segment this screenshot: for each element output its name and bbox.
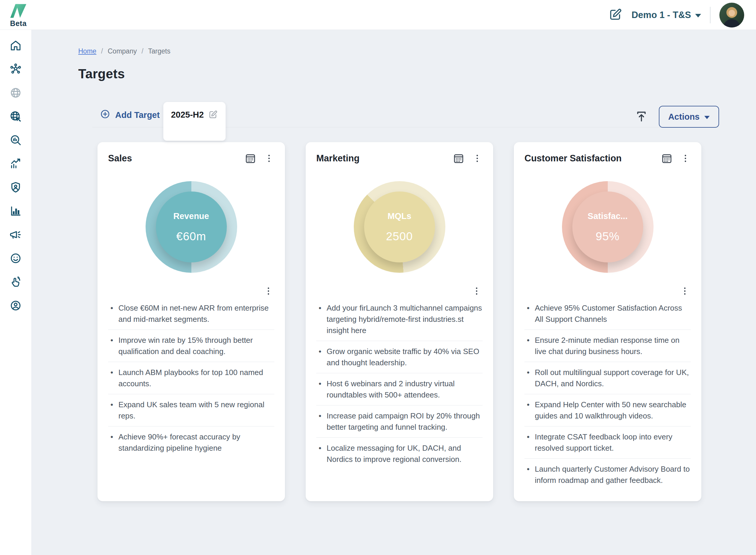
target-list-item: Launch quarterly Customer Advisory Board… (524, 458, 691, 490)
donut-center: Revenue €60m (156, 191, 227, 262)
tab-period-2025-h2[interactable]: 2025-H2 (163, 102, 226, 141)
card-menu-button[interactable] (264, 153, 274, 164)
sidebar-item-engagement[interactable] (9, 275, 22, 289)
actions-label: Actions (668, 112, 700, 122)
sidebar-nav (0, 30, 32, 555)
topbar-controls: Demo 1 - T&S (608, 0, 744, 30)
brand-logo-icon (5, 2, 32, 19)
brand-logo[interactable]: Beta (5, 1, 32, 28)
sidebar-item-web-traffic[interactable] (9, 110, 22, 123)
actions-button[interactable]: Actions (659, 106, 719, 128)
user-avatar[interactable] (719, 3, 744, 28)
card-header: Sales (108, 152, 274, 165)
target-list-item: Roll out multilingual support coverage f… (524, 362, 691, 394)
donut-value: €60m (176, 230, 206, 243)
kebab-menu-icon (263, 286, 274, 296)
sidebar-item-globe[interactable] (9, 86, 22, 99)
target-list-item: Expand UK sales team with 5 new regional… (108, 394, 274, 426)
workspace-selector[interactable]: Demo 1 - T&S (631, 10, 701, 20)
edit-workspace-button[interactable] (608, 7, 622, 23)
globe-inbound-arrow-icon (9, 110, 22, 123)
shield-user-icon (9, 181, 22, 194)
bar-chart-icon (9, 205, 22, 217)
rename-period-icon[interactable] (208, 110, 218, 120)
donut-ring: Satisfac... 95% (562, 181, 654, 273)
tap-interaction-icon (9, 275, 22, 289)
donut-center: Satisfac... 95% (572, 191, 643, 262)
search-analytics-icon (9, 134, 22, 146)
target-list-item: Achieve 90%+ forecast accuracy by standa… (108, 426, 274, 458)
sidebar-item-campaigns[interactable] (9, 228, 22, 242)
workspace-label: Demo 1 - T&S (631, 10, 691, 20)
breadcrumb-current: Targets (148, 47, 171, 55)
donut-ring: MQLs 2500 (354, 181, 445, 273)
sidebar-item-profile[interactable] (9, 299, 22, 312)
sidebar-item-security[interactable] (9, 180, 22, 194)
plus-circle-icon (100, 109, 110, 122)
donut-label: Revenue (173, 211, 209, 221)
trending-up-icon (9, 157, 22, 170)
card-header: Customer Satisfaction (524, 152, 691, 165)
card-menu-button[interactable] (472, 153, 482, 164)
kebab-menu-icon (472, 153, 482, 164)
card-title: Customer Satisfaction (524, 153, 622, 164)
target-list-item: Improve win rate by 15% through better q… (108, 330, 274, 362)
sidebar-item-network[interactable] (9, 62, 22, 76)
target-list: Achieve 95% Customer Satisfaction Across… (524, 298, 691, 490)
top-bar: Beta Demo 1 - T&S (0, 0, 756, 30)
donut-center: MQLs 2500 (364, 191, 435, 262)
kebab-menu-icon (680, 153, 691, 164)
target-list-item: Close €60M in net-new ARR from enterpris… (108, 298, 274, 330)
home-icon (9, 39, 22, 52)
network-hub-icon (9, 62, 22, 76)
card-calendar-button[interactable] (244, 152, 256, 165)
sidebar-item-home[interactable] (9, 39, 22, 52)
target-list: Close €60M in net-new ARR from enterpris… (108, 298, 274, 458)
donut-ring: Revenue €60m (146, 181, 237, 273)
card-calendar-button[interactable] (661, 152, 673, 165)
calendar-icon (244, 152, 256, 165)
target-list-item: Launch ABM playbooks for top 100 named a… (108, 362, 274, 394)
breadcrumb: Home / Company / Targets (78, 47, 738, 55)
export-button[interactable] (634, 110, 648, 124)
target-list-item: Ensure 2-minute median response time on … (524, 330, 691, 362)
card-list-menu-button[interactable] (471, 286, 482, 296)
calendar-icon (661, 152, 673, 165)
donut-label: MQLs (387, 211, 411, 221)
donut-chart-marketing: MQLs 2500 (316, 181, 482, 273)
card-title: Marketing (316, 153, 360, 164)
pencil-square-icon (608, 7, 622, 23)
avatar-photo (719, 3, 744, 28)
target-card-customer-satisfaction: Customer Satisfaction (514, 142, 701, 501)
megaphone-icon (9, 228, 22, 241)
target-card-marketing: Marketing (305, 142, 493, 501)
donut-value: 2500 (386, 230, 413, 243)
breadcrumb-separator: / (141, 47, 143, 55)
card-menu-button[interactable] (680, 153, 691, 164)
chevron-down-icon (704, 116, 710, 119)
donut-value: 95% (596, 230, 620, 243)
donut-chart-sales: Revenue €60m (108, 181, 274, 273)
card-list-menu-button[interactable] (679, 286, 690, 296)
breadcrumb-home-link[interactable]: Home (78, 47, 96, 55)
add-target-button[interactable]: Add Target (100, 107, 160, 123)
target-list-item: Expand Help Center with 50 new searchabl… (524, 394, 691, 426)
sidebar-item-research[interactable] (9, 133, 22, 147)
card-list-menu-button[interactable] (263, 286, 274, 296)
donut-chart-customer-satisfaction: Satisfac... 95% (524, 181, 691, 273)
user-profile-icon (9, 299, 22, 312)
breadcrumb-company: Company (108, 47, 137, 55)
targets-toolbar: Add Target 2025-H2 Actions (97, 102, 738, 141)
calendar-icon (453, 152, 465, 165)
main-content: Home / Company / Targets Targets Add Tar… (32, 30, 756, 555)
globe-icon (9, 86, 22, 99)
card-calendar-button[interactable] (453, 152, 465, 165)
target-list-item: Host 6 webinars and 2 industry virtual r… (316, 373, 482, 405)
smiley-icon (9, 252, 22, 265)
sidebar-item-satisfaction[interactable] (9, 252, 22, 265)
card-title: Sales (108, 153, 132, 164)
sidebar-item-performance[interactable] (9, 157, 22, 171)
page-title: Targets (78, 67, 738, 81)
period-tab-label: 2025-H2 (171, 110, 204, 120)
sidebar-item-reports[interactable] (9, 204, 22, 218)
